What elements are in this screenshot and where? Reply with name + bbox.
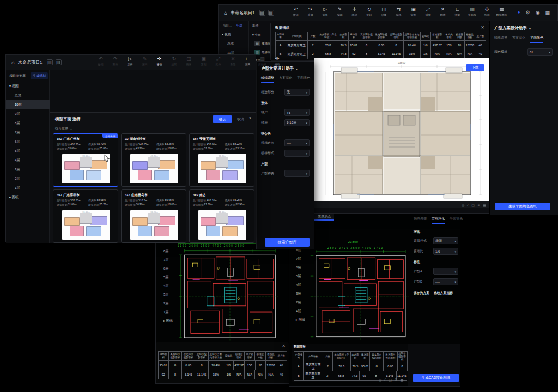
tree-item[interactable]: 总览 <box>219 39 248 48</box>
table-row[interactable]: 95.0180.00810.4%1/6437.37150101370840 <box>158 360 287 370</box>
field-select[interactable]: ----▾ <box>284 170 310 177</box>
tab-平面填色[interactable]: 平面填色 <box>530 35 543 43</box>
tab-轴线调整[interactable]: 轴线调整 <box>494 35 507 43</box>
tree-item[interactable]: 8层 <box>159 247 175 255</box>
close-icon[interactable]: ✕ <box>481 25 484 30</box>
tree-item[interactable]: 7层 <box>6 128 50 137</box>
home-icon[interactable]: ⌂ <box>224 10 227 16</box>
plan-canvas[interactable]: 23800 下载 ◎∕▢≡▦ <box>314 58 489 208</box>
sort-dropdown[interactable]: 综合排序 <box>55 126 68 131</box>
tab-轴线调整[interactable]: 轴线调整 <box>261 76 274 83</box>
confirm-button[interactable]: 确认 <box>213 115 232 123</box>
action-link[interactable]: 比较方案指标 <box>434 291 453 296</box>
tool-select[interactable]: ▷选择 <box>318 7 332 16</box>
tree-item[interactable]: 8层 <box>6 119 50 128</box>
tool-select[interactable]: ▷选择 <box>123 56 137 66</box>
field-select[interactable]: 01▾ <box>527 48 553 56</box>
tab-方案深化[interactable]: 方案深化 <box>512 35 525 43</box>
tool-move[interactable]: ✛移动 <box>152 56 167 66</box>
tree-item[interactable]: 5层 <box>292 272 308 280</box>
plan-card[interactable]: 497-广东深圳市总计容面积: 532.33㎡得房率: 88.63%建筑面宽: … <box>53 189 118 243</box>
tree-item[interactable]: 6层 <box>292 263 308 272</box>
tree-item[interactable]: 2层 <box>292 298 308 307</box>
tree-item[interactable]: 10层 <box>6 100 50 109</box>
tree-group-图纸[interactable]: ▸ 图纸 <box>292 315 308 324</box>
tool-offset[interactable]: ⇆偏移 <box>391 7 406 16</box>
tool-drag[interactable]: ✣拖动 <box>270 56 284 66</box>
tab-project[interactable]: 项目… <box>223 24 232 28</box>
tool-drag[interactable]: ✣拖动 <box>480 7 494 16</box>
tool-clipboard[interactable]: ▥剪贴板 <box>465 7 480 16</box>
tab-方案深化[interactable]: 方案深化 <box>279 76 292 83</box>
tab-generate-plan[interactable]: 生成规划 <box>31 72 48 79</box>
field-select[interactable]: 极简▾ <box>433 237 458 244</box>
tree-item[interactable]: 3层 <box>292 289 308 298</box>
layers-icon[interactable]: ≡ <box>478 203 480 207</box>
add-group-空间[interactable]: ▾ 空间 <box>249 31 271 39</box>
tool-move[interactable]: ✛移动 <box>347 7 362 16</box>
tree-item[interactable]: 3层 <box>6 165 50 174</box>
tree-group-图纸[interactable]: ▸ 图纸 <box>159 316 175 325</box>
frame-icon[interactable]: ▢ <box>471 203 475 207</box>
tab-方案深化[interactable]: 方案深化 <box>432 216 445 224</box>
tool-redo[interactable]: ↷重做 <box>303 7 318 16</box>
field-select[interactable]: ----▾ <box>433 268 458 275</box>
export-icon[interactable]: ▤ <box>56 59 62 65</box>
download-button[interactable]: 下载 <box>466 64 484 71</box>
tree-item[interactable]: 1层 <box>159 308 175 316</box>
tree-item[interactable]: 2层 <box>6 174 50 183</box>
search-unit-library-button[interactable]: 搜索户型库 <box>265 238 310 247</box>
tool-datapanel[interactable]: ▦数据面板 <box>494 7 509 16</box>
tool-copy[interactable]: ▣复制 <box>406 7 421 16</box>
eye-icon[interactable]: ◎ <box>462 203 464 207</box>
add-item-楼梯间[interactable]: ▤楼梯间 <box>249 39 271 48</box>
field-select[interactable]: ----▾ <box>433 278 458 285</box>
tab-generate[interactable]: 生成 <box>236 24 242 28</box>
table-row[interactable]: A两房两厅两卫270.876.595.0180.008 <box>294 362 407 371</box>
plan-card[interactable]: 22-湖南长沙市总计容面积: 542.65㎡得房率: 83.25%建筑面宽: 4… <box>121 133 186 187</box>
tree-item[interactable]: 5层 <box>159 273 175 281</box>
field-select[interactable]: ----▾ <box>284 150 310 157</box>
tool-rotate[interactable]: ↻旋转 <box>362 7 377 16</box>
tree-item[interactable]: 1层 <box>6 183 50 193</box>
ruler-icon[interactable]: ∕ <box>468 203 468 207</box>
plan-card[interactable]: 459-南方总计容面积: 463.10㎡得房率: 93.25%建筑面宽: 21.… <box>189 189 254 243</box>
canvas-statusbar-icons[interactable]: ◎∕▢≡▦ <box>462 203 486 207</box>
field-select[interactable]: 无▾ <box>284 89 310 96</box>
close-icon[interactable]: ✕ <box>282 344 286 348</box>
tool-measure[interactable]: ∟测量 <box>450 7 465 16</box>
tool-mirror[interactable]: ◫镜像 <box>377 7 391 16</box>
tree-item[interactable]: 6层 <box>6 137 50 146</box>
tab-轴线调整[interactable]: 轴线调整 <box>414 216 427 224</box>
tree-item[interactable]: 2层 <box>159 299 175 308</box>
tree-item[interactable]: 3层 <box>159 290 175 299</box>
caret-down-icon[interactable]: ▾ <box>296 67 298 71</box>
tree-item[interactable]: 6层 <box>159 264 175 273</box>
filter-icon[interactable]: ▼ <box>248 117 252 120</box>
tree-item[interactable]: 9层 <box>6 109 50 119</box>
tab-平面填色[interactable]: 平面填色 <box>297 76 310 83</box>
cad-drawing[interactable] <box>309 248 413 345</box>
tree-item[interactable]: 4层 <box>159 281 175 290</box>
generate-cad-button[interactable]: 生成CAD深化图纸 <box>413 374 459 382</box>
caret-down-icon[interactable]: ▾ <box>529 27 531 30</box>
cancel-link[interactable]: 取消 <box>237 117 244 122</box>
tree-item[interactable]: 4层 <box>292 280 308 289</box>
grid-icon[interactable]: ▦ <box>483 203 486 207</box>
action-link[interactable]: 保存为方案 <box>414 291 429 296</box>
tree-group-图纸[interactable]: ▸ 图纸 <box>6 193 50 202</box>
tree-item[interactable]: 1层 <box>292 307 308 315</box>
tree-item[interactable]: 7层 <box>292 254 308 263</box>
plan-card[interactable]: 414-山东青岛市总计容面积: 510.5㎡得房率: 80.95%建筑面宽: 3… <box>121 189 186 243</box>
tree-item[interactable]: 总览 <box>6 91 50 100</box>
export-icon[interactable]: ▤ <box>268 10 274 16</box>
save-icon[interactable]: ▤ <box>47 59 53 65</box>
cad-drawing[interactable] <box>174 248 286 345</box>
tab-generate-form[interactable]: 生成形态 <box>314 213 334 220</box>
tool-measure[interactable]: ∟测量 <box>240 56 255 66</box>
field-select[interactable]: 1/6▾ <box>433 248 458 255</box>
tree-item[interactable]: 7层 <box>159 255 175 264</box>
tree-item[interactable]: 4层 <box>6 156 50 165</box>
field-select[interactable]: 2-10层▾ <box>284 119 310 126</box>
tool-undo[interactable]: ↶撤销 <box>288 7 303 16</box>
